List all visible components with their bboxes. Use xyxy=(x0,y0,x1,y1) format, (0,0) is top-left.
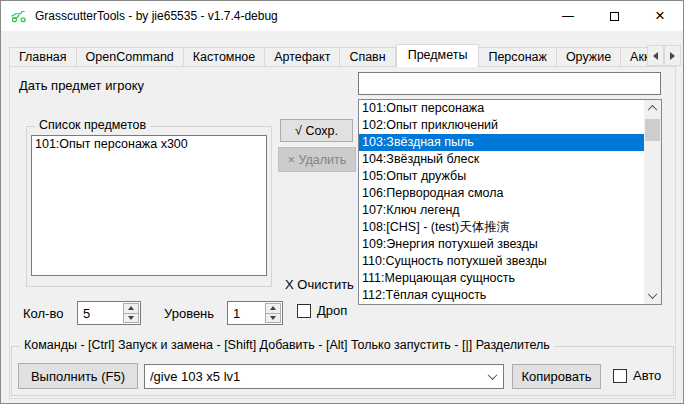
spin-up-icon xyxy=(270,306,276,310)
window-controls: — × xyxy=(545,1,683,31)
count-input[interactable] xyxy=(78,302,122,324)
saved-items-list[interactable]: 101:Опыт персонажа x300 xyxy=(31,135,267,276)
scrollbar-thumb[interactable] xyxy=(645,119,660,141)
app-window: GrasscutterTools - by jie65535 - v1.7.4-… xyxy=(0,0,684,404)
minimize-button[interactable]: — xyxy=(545,1,591,31)
count-up-button[interactable] xyxy=(123,303,139,314)
titlebar: GrasscutterTools - by jie65535 - v1.7.4-… xyxy=(1,1,683,31)
tab-strip-divider xyxy=(9,66,676,67)
list-item[interactable]: 105:Опыт дружбы xyxy=(359,168,644,185)
level-up-button[interactable] xyxy=(265,303,281,314)
command-input[interactable] xyxy=(145,365,481,388)
clear-button[interactable]: X Очистить xyxy=(285,277,354,292)
saved-items-groupbox: Список предметов 101:Опыт персонажа x300 xyxy=(26,126,272,287)
checkbox-box-icon[interactable] xyxy=(613,369,627,383)
chevron-down-icon xyxy=(648,289,658,299)
tab-weapon[interactable]: Оружие xyxy=(557,47,621,67)
auto-checkbox-label: Авто xyxy=(633,368,661,383)
chevron-up-icon xyxy=(648,105,658,115)
maximize-icon xyxy=(610,12,619,21)
tab-opencommand[interactable]: OpenCommand xyxy=(77,47,184,67)
combobox-dropdown-button[interactable] xyxy=(482,365,503,388)
level-stepper[interactable] xyxy=(227,301,283,325)
app-scooter-icon xyxy=(10,8,28,24)
tab-artifact[interactable]: Артефакт xyxy=(265,47,340,67)
level-label: Уровень xyxy=(164,306,214,321)
list-item[interactable]: 108:[CHS] - (test)天体推演 xyxy=(359,219,644,236)
tab-scroll-right-button[interactable] xyxy=(664,45,681,66)
auto-checkbox[interactable]: Авто xyxy=(613,368,661,383)
tab-custom[interactable]: Кастомное xyxy=(184,47,265,67)
tab-character[interactable]: Персонаж xyxy=(479,47,556,67)
copy-button[interactable]: Копировать xyxy=(512,364,601,389)
list-item[interactable]: 112:Тёплая сущность xyxy=(359,287,644,304)
spin-down-icon xyxy=(128,316,134,320)
count-label: Кол-во xyxy=(23,306,63,321)
spin-down-icon xyxy=(270,316,276,320)
right-arrow-icon xyxy=(670,52,675,60)
count-spin-buttons xyxy=(123,303,139,323)
level-input[interactable] xyxy=(228,302,264,324)
tab-scroll-left-button[interactable] xyxy=(647,45,664,66)
left-arrow-icon xyxy=(653,52,658,60)
tab-spawn[interactable]: Спавн xyxy=(340,47,395,67)
drop-checkbox-label: Дроп xyxy=(317,303,347,318)
count-stepper[interactable] xyxy=(77,301,141,325)
minimize-icon: — xyxy=(562,9,574,23)
level-down-button[interactable] xyxy=(265,314,281,324)
chevron-down-icon xyxy=(488,370,498,380)
tab-strip: Главная OpenCommand Кастомное Артефакт С… xyxy=(9,44,653,67)
level-spin-buttons xyxy=(265,303,281,323)
item-list[interactable]: 101:Опыт персонажа 102:Опыт приключений … xyxy=(358,99,662,305)
command-combobox[interactable] xyxy=(144,364,504,389)
spin-up-icon xyxy=(128,306,134,310)
list-scrollbar[interactable] xyxy=(644,100,661,304)
maximize-button[interactable] xyxy=(591,1,637,31)
close-icon: × xyxy=(655,6,665,26)
list-item[interactable]: 109:Энергия потухшей звезды xyxy=(359,236,644,253)
scroll-up-button[interactable] xyxy=(644,100,661,117)
item-search-input[interactable] xyxy=(358,72,661,95)
window-title: GrasscutterTools - by jie65535 - v1.7.4-… xyxy=(35,9,278,23)
list-item[interactable]: 101:Опыт персонажа xyxy=(359,100,644,117)
close-button[interactable]: × xyxy=(637,1,683,31)
list-item[interactable]: 111:Мерцающая сущность xyxy=(359,270,644,287)
list-item[interactable]: 107:Ключ легенд xyxy=(359,202,644,219)
scroll-down-button[interactable] xyxy=(644,287,661,304)
saved-list-item[interactable]: 101:Опыт персонажа x300 xyxy=(32,136,266,153)
commands-groupbox: Команды - [Ctrl] Запуск и замена - [Shif… xyxy=(11,346,674,396)
list-item[interactable]: 104:Звёздный блеск xyxy=(359,151,644,168)
delete-button: × Удалить xyxy=(278,147,356,172)
saved-items-group-title: Список предметов xyxy=(35,118,150,132)
list-item-selected[interactable]: 103:Звёздная пыль xyxy=(359,134,644,151)
commands-group-title: Команды - [Ctrl] Запуск и замена - [Shif… xyxy=(20,338,554,352)
tab-scroll-buttons xyxy=(647,45,681,66)
run-button[interactable]: Выполнить (F5) xyxy=(18,363,138,389)
list-item[interactable]: 106:Первородная смола xyxy=(359,185,644,202)
save-button[interactable]: √ Сохр. xyxy=(280,119,353,142)
list-item[interactable]: 102:Опыт приключений xyxy=(359,117,644,134)
checkbox-box-icon[interactable] xyxy=(297,304,311,318)
drop-checkbox[interactable]: Дроп xyxy=(297,303,347,318)
give-item-label: Дать предмет игроку xyxy=(19,78,144,93)
count-down-button[interactable] xyxy=(123,314,139,324)
list-item[interactable]: 110:Сущность потухшей звезды xyxy=(359,253,644,270)
tab-main[interactable]: Главная xyxy=(9,47,77,67)
tab-items[interactable]: Предметы xyxy=(396,44,480,67)
